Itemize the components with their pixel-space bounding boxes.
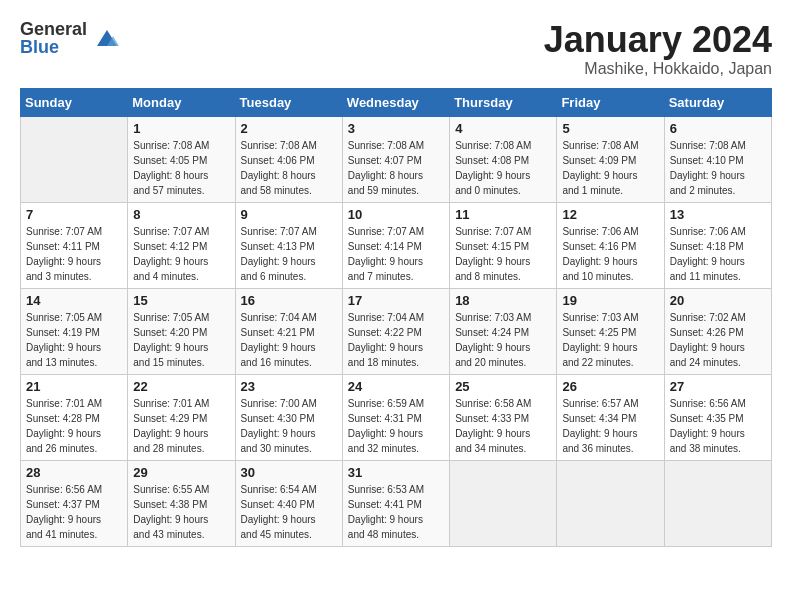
day-info: Sunrise: 7:07 AMSunset: 4:13 PMDaylight:… bbox=[241, 224, 337, 284]
calendar-cell: 22Sunrise: 7:01 AMSunset: 4:29 PMDayligh… bbox=[128, 374, 235, 460]
days-header-row: SundayMondayTuesdayWednesdayThursdayFrid… bbox=[21, 88, 772, 116]
calendar-cell: 17Sunrise: 7:04 AMSunset: 4:22 PMDayligh… bbox=[342, 288, 449, 374]
day-info: Sunrise: 7:07 AMSunset: 4:12 PMDaylight:… bbox=[133, 224, 229, 284]
day-number: 7 bbox=[26, 207, 122, 222]
day-number: 11 bbox=[455, 207, 551, 222]
calendar-cell: 28Sunrise: 6:56 AMSunset: 4:37 PMDayligh… bbox=[21, 460, 128, 546]
day-number: 29 bbox=[133, 465, 229, 480]
day-number: 24 bbox=[348, 379, 444, 394]
day-number: 30 bbox=[241, 465, 337, 480]
calendar-cell: 31Sunrise: 6:53 AMSunset: 4:41 PMDayligh… bbox=[342, 460, 449, 546]
calendar-subtitle: Mashike, Hokkaido, Japan bbox=[544, 60, 772, 78]
day-info: Sunrise: 6:58 AMSunset: 4:33 PMDaylight:… bbox=[455, 396, 551, 456]
calendar-cell: 1Sunrise: 7:08 AMSunset: 4:05 PMDaylight… bbox=[128, 116, 235, 202]
calendar-cell: 10Sunrise: 7:07 AMSunset: 4:14 PMDayligh… bbox=[342, 202, 449, 288]
day-info: Sunrise: 6:53 AMSunset: 4:41 PMDaylight:… bbox=[348, 482, 444, 542]
calendar-cell: 16Sunrise: 7:04 AMSunset: 4:21 PMDayligh… bbox=[235, 288, 342, 374]
day-info: Sunrise: 7:01 AMSunset: 4:29 PMDaylight:… bbox=[133, 396, 229, 456]
calendar-cell: 25Sunrise: 6:58 AMSunset: 4:33 PMDayligh… bbox=[450, 374, 557, 460]
day-header-tuesday: Tuesday bbox=[235, 88, 342, 116]
calendar-cell: 13Sunrise: 7:06 AMSunset: 4:18 PMDayligh… bbox=[664, 202, 771, 288]
day-header-friday: Friday bbox=[557, 88, 664, 116]
calendar-cell: 14Sunrise: 7:05 AMSunset: 4:19 PMDayligh… bbox=[21, 288, 128, 374]
day-number: 9 bbox=[241, 207, 337, 222]
day-info: Sunrise: 7:04 AMSunset: 4:21 PMDaylight:… bbox=[241, 310, 337, 370]
day-number: 3 bbox=[348, 121, 444, 136]
calendar-cell: 8Sunrise: 7:07 AMSunset: 4:12 PMDaylight… bbox=[128, 202, 235, 288]
day-header-saturday: Saturday bbox=[664, 88, 771, 116]
calendar-cell bbox=[664, 460, 771, 546]
calendar-cell: 6Sunrise: 7:08 AMSunset: 4:10 PMDaylight… bbox=[664, 116, 771, 202]
calendar-cell: 4Sunrise: 7:08 AMSunset: 4:08 PMDaylight… bbox=[450, 116, 557, 202]
day-info: Sunrise: 7:07 AMSunset: 4:15 PMDaylight:… bbox=[455, 224, 551, 284]
day-info: Sunrise: 7:08 AMSunset: 4:05 PMDaylight:… bbox=[133, 138, 229, 198]
day-number: 18 bbox=[455, 293, 551, 308]
calendar-cell bbox=[557, 460, 664, 546]
day-number: 26 bbox=[562, 379, 658, 394]
day-number: 13 bbox=[670, 207, 766, 222]
day-number: 20 bbox=[670, 293, 766, 308]
day-header-monday: Monday bbox=[128, 88, 235, 116]
day-info: Sunrise: 7:08 AMSunset: 4:07 PMDaylight:… bbox=[348, 138, 444, 198]
day-info: Sunrise: 7:06 AMSunset: 4:16 PMDaylight:… bbox=[562, 224, 658, 284]
day-info: Sunrise: 6:59 AMSunset: 4:31 PMDaylight:… bbox=[348, 396, 444, 456]
day-number: 1 bbox=[133, 121, 229, 136]
logo-blue: Blue bbox=[20, 38, 87, 56]
calendar-cell bbox=[450, 460, 557, 546]
calendar-cell bbox=[21, 116, 128, 202]
calendar-cell: 26Sunrise: 6:57 AMSunset: 4:34 PMDayligh… bbox=[557, 374, 664, 460]
day-info: Sunrise: 6:57 AMSunset: 4:34 PMDaylight:… bbox=[562, 396, 658, 456]
day-number: 17 bbox=[348, 293, 444, 308]
day-info: Sunrise: 7:08 AMSunset: 4:06 PMDaylight:… bbox=[241, 138, 337, 198]
day-number: 4 bbox=[455, 121, 551, 136]
day-number: 15 bbox=[133, 293, 229, 308]
calendar-cell: 3Sunrise: 7:08 AMSunset: 4:07 PMDaylight… bbox=[342, 116, 449, 202]
day-info: Sunrise: 7:04 AMSunset: 4:22 PMDaylight:… bbox=[348, 310, 444, 370]
day-info: Sunrise: 6:55 AMSunset: 4:38 PMDaylight:… bbox=[133, 482, 229, 542]
day-number: 5 bbox=[562, 121, 658, 136]
day-info: Sunrise: 7:06 AMSunset: 4:18 PMDaylight:… bbox=[670, 224, 766, 284]
day-info: Sunrise: 7:08 AMSunset: 4:09 PMDaylight:… bbox=[562, 138, 658, 198]
day-number: 22 bbox=[133, 379, 229, 394]
calendar-cell: 24Sunrise: 6:59 AMSunset: 4:31 PMDayligh… bbox=[342, 374, 449, 460]
calendar-cell: 5Sunrise: 7:08 AMSunset: 4:09 PMDaylight… bbox=[557, 116, 664, 202]
day-info: Sunrise: 7:07 AMSunset: 4:14 PMDaylight:… bbox=[348, 224, 444, 284]
calendar-cell: 30Sunrise: 6:54 AMSunset: 4:40 PMDayligh… bbox=[235, 460, 342, 546]
day-info: Sunrise: 6:54 AMSunset: 4:40 PMDaylight:… bbox=[241, 482, 337, 542]
calendar-cell: 11Sunrise: 7:07 AMSunset: 4:15 PMDayligh… bbox=[450, 202, 557, 288]
day-number: 23 bbox=[241, 379, 337, 394]
calendar-cell: 9Sunrise: 7:07 AMSunset: 4:13 PMDaylight… bbox=[235, 202, 342, 288]
day-number: 19 bbox=[562, 293, 658, 308]
calendar-cell: 27Sunrise: 6:56 AMSunset: 4:35 PMDayligh… bbox=[664, 374, 771, 460]
day-info: Sunrise: 6:56 AMSunset: 4:37 PMDaylight:… bbox=[26, 482, 122, 542]
day-info: Sunrise: 7:05 AMSunset: 4:19 PMDaylight:… bbox=[26, 310, 122, 370]
title-block: January 2024 Mashike, Hokkaido, Japan bbox=[544, 20, 772, 78]
week-row-5: 28Sunrise: 6:56 AMSunset: 4:37 PMDayligh… bbox=[21, 460, 772, 546]
day-info: Sunrise: 7:05 AMSunset: 4:20 PMDaylight:… bbox=[133, 310, 229, 370]
calendar-cell: 20Sunrise: 7:02 AMSunset: 4:26 PMDayligh… bbox=[664, 288, 771, 374]
day-number: 10 bbox=[348, 207, 444, 222]
week-row-4: 21Sunrise: 7:01 AMSunset: 4:28 PMDayligh… bbox=[21, 374, 772, 460]
calendar-cell: 2Sunrise: 7:08 AMSunset: 4:06 PMDaylight… bbox=[235, 116, 342, 202]
calendar-cell: 29Sunrise: 6:55 AMSunset: 4:38 PMDayligh… bbox=[128, 460, 235, 546]
calendar-title: January 2024 bbox=[544, 20, 772, 60]
day-info: Sunrise: 6:56 AMSunset: 4:35 PMDaylight:… bbox=[670, 396, 766, 456]
day-number: 31 bbox=[348, 465, 444, 480]
day-header-sunday: Sunday bbox=[21, 88, 128, 116]
day-info: Sunrise: 7:02 AMSunset: 4:26 PMDaylight:… bbox=[670, 310, 766, 370]
day-info: Sunrise: 7:00 AMSunset: 4:30 PMDaylight:… bbox=[241, 396, 337, 456]
day-info: Sunrise: 7:03 AMSunset: 4:24 PMDaylight:… bbox=[455, 310, 551, 370]
day-header-thursday: Thursday bbox=[450, 88, 557, 116]
day-number: 16 bbox=[241, 293, 337, 308]
day-info: Sunrise: 7:07 AMSunset: 4:11 PMDaylight:… bbox=[26, 224, 122, 284]
day-number: 14 bbox=[26, 293, 122, 308]
logo: General Blue bbox=[20, 20, 121, 56]
day-info: Sunrise: 7:08 AMSunset: 4:10 PMDaylight:… bbox=[670, 138, 766, 198]
week-row-2: 7Sunrise: 7:07 AMSunset: 4:11 PMDaylight… bbox=[21, 202, 772, 288]
day-info: Sunrise: 7:01 AMSunset: 4:28 PMDaylight:… bbox=[26, 396, 122, 456]
day-number: 25 bbox=[455, 379, 551, 394]
day-number: 28 bbox=[26, 465, 122, 480]
calendar-cell: 19Sunrise: 7:03 AMSunset: 4:25 PMDayligh… bbox=[557, 288, 664, 374]
calendar-cell: 18Sunrise: 7:03 AMSunset: 4:24 PMDayligh… bbox=[450, 288, 557, 374]
week-row-1: 1Sunrise: 7:08 AMSunset: 4:05 PMDaylight… bbox=[21, 116, 772, 202]
